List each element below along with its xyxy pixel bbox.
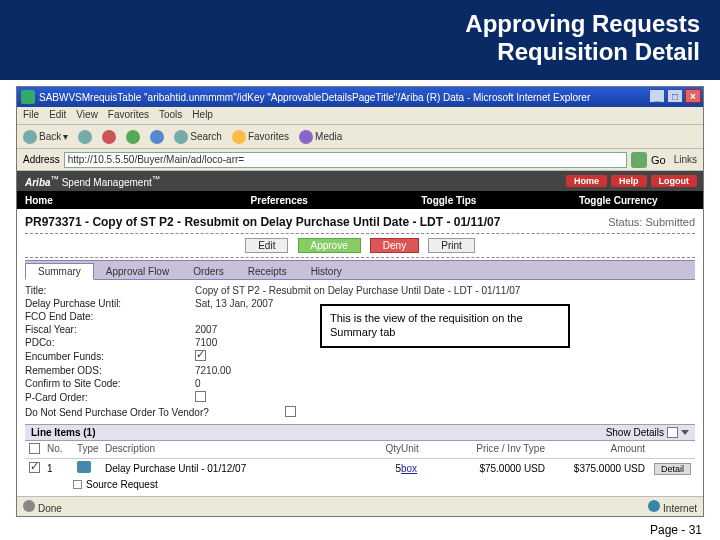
tab-summary[interactable]: Summary: [25, 263, 94, 280]
row-unit-link[interactable]: box: [401, 463, 417, 474]
label-ods: Remember ODS:: [25, 365, 195, 376]
browser-toolbar: Back ▾ Search Favorites Media: [17, 125, 703, 149]
tab-history[interactable]: History: [299, 264, 354, 279]
menu-help[interactable]: Help: [192, 109, 213, 122]
home-icon[interactable]: [150, 130, 164, 144]
address-label: Address: [23, 154, 60, 165]
subnav-home[interactable]: Home: [17, 195, 195, 206]
col-unit: Unit: [401, 443, 445, 456]
label-fco: FCO End Date:: [25, 311, 195, 322]
ariba-brand: Ariba™ Spend Management™: [25, 174, 160, 188]
col-detail: [645, 443, 691, 456]
trademark-icon-2: ™: [152, 174, 160, 184]
go-label: Go: [651, 154, 666, 166]
refresh-icon[interactable]: [126, 130, 140, 144]
menu-view[interactable]: View: [76, 109, 98, 122]
status-label: Status:: [608, 216, 642, 228]
checkbox-pcard[interactable]: [195, 391, 206, 402]
tree-expand-icon[interactable]: [73, 480, 82, 489]
address-input[interactable]: http://10.5.5.50/Buyer/Main/ad/loco-arr=: [64, 152, 627, 168]
logout-button[interactable]: Logout: [651, 175, 698, 187]
menu-file[interactable]: File: [23, 109, 39, 122]
row-desc: Delay Purchase Until - 01/12/07: [105, 463, 365, 474]
edit-button[interactable]: Edit: [245, 238, 288, 253]
show-details-checkbox[interactable]: [667, 427, 678, 438]
star-icon: [232, 130, 246, 144]
window-controls: _ □ ×: [649, 89, 701, 103]
col-no: No.: [47, 443, 77, 456]
media-icon: [299, 130, 313, 144]
label-pdco: PDCo:: [25, 337, 195, 348]
menu-favorites[interactable]: Favorites: [108, 109, 149, 122]
media-button[interactable]: Media: [299, 130, 342, 144]
ariba-top-bar: Ariba™ Spend Management™ Home Help Logou…: [17, 171, 703, 191]
subnav-toggle-tips[interactable]: Toggle Tips: [364, 195, 534, 206]
home-button[interactable]: Home: [566, 175, 607, 187]
tab-approval-flow[interactable]: Approval Flow: [94, 264, 181, 279]
row-pcard: P-Card Order:: [25, 390, 695, 405]
col-desc: Description: [105, 443, 365, 456]
minimize-button[interactable]: _: [649, 89, 665, 103]
show-details-label: Show Details: [606, 427, 664, 438]
links-menu[interactable]: Links: [674, 154, 697, 165]
source-request-label: Source Request: [86, 479, 158, 490]
summary-form: Title:Copy of ST P2 - Resubmit on Delay …: [25, 280, 695, 424]
checkbox-nosend[interactable]: [285, 406, 296, 417]
close-button[interactable]: ×: [685, 89, 701, 103]
value-ods: 7210.00: [195, 365, 695, 376]
show-details-toggle[interactable]: Show Details: [606, 427, 689, 438]
chevron-down-icon: [681, 430, 689, 435]
slide-title-line2: Requisition Detail: [20, 38, 700, 66]
status-done: Done: [38, 503, 62, 514]
approve-button[interactable]: Approve: [298, 238, 361, 253]
menu-tools[interactable]: Tools: [159, 109, 182, 122]
favorites-button[interactable]: Favorites: [232, 130, 289, 144]
label-pcard: P-Card Order:: [25, 392, 195, 403]
value-title: Copy of ST P2 - Resubmit on Delay Purcha…: [195, 285, 695, 296]
requisition-status: Status: Submitted: [608, 216, 695, 228]
subnav-toggle-currency[interactable]: Toggle Currency: [534, 195, 704, 206]
search-button[interactable]: Search: [174, 130, 222, 144]
ariba-subnav: Home Preferences Toggle Tips Toggle Curr…: [17, 191, 703, 209]
favorites-label: Favorites: [248, 131, 289, 142]
line-items-label: Line Items: [31, 427, 80, 438]
tab-bar: Summary Approval Flow Orders Receipts Hi…: [25, 260, 695, 280]
row-ods: Remember ODS:7210.00: [25, 364, 695, 377]
row-type: [77, 461, 105, 475]
action-buttons: Edit Approve Deny Print: [25, 236, 695, 255]
requisition-header: PR973371 - Copy of ST P2 - Resubmit on D…: [25, 213, 695, 231]
status-right: Internet: [648, 500, 697, 514]
back-label: Back: [39, 131, 61, 142]
row-no: 1: [47, 463, 77, 474]
subnav-preferences[interactable]: Preferences: [195, 195, 365, 206]
row-checkbox[interactable]: [29, 462, 40, 473]
value-pcard: [195, 391, 695, 404]
divider: [25, 233, 695, 234]
tab-orders[interactable]: Orders: [181, 264, 236, 279]
go-button[interactable]: [631, 152, 647, 168]
forward-icon[interactable]: [78, 130, 92, 144]
maximize-button[interactable]: □: [667, 89, 683, 103]
back-button[interactable]: Back ▾: [23, 130, 68, 144]
row-qty: 5: [365, 463, 401, 474]
help-button[interactable]: Help: [611, 175, 647, 187]
row-encumber: Encumber Funds:: [25, 349, 695, 364]
item-type-icon: [77, 461, 91, 473]
search-icon: [174, 130, 188, 144]
tab-receipts[interactable]: Receipts: [236, 264, 299, 279]
checkbox-encumber[interactable]: [195, 350, 206, 361]
ariba-suffix: Spend Management: [59, 177, 152, 188]
row-site: Confirm to Site Code:0: [25, 377, 695, 390]
select-all-checkbox[interactable]: [29, 443, 40, 454]
browser-menubar: File Edit View Favorites Tools Help: [17, 107, 703, 125]
stop-icon[interactable]: [102, 130, 116, 144]
detail-button[interactable]: Detail: [654, 463, 691, 475]
slide-title-bar: Approving Requests Requisition Detail: [0, 0, 720, 80]
line-item-subrow: Source Request: [25, 477, 695, 494]
print-button[interactable]: Print: [428, 238, 475, 253]
deny-button[interactable]: Deny: [370, 238, 419, 253]
status-value: Submitted: [645, 216, 695, 228]
menu-edit[interactable]: Edit: [49, 109, 66, 122]
label-fy: Fiscal Year:: [25, 324, 195, 335]
media-label: Media: [315, 131, 342, 142]
